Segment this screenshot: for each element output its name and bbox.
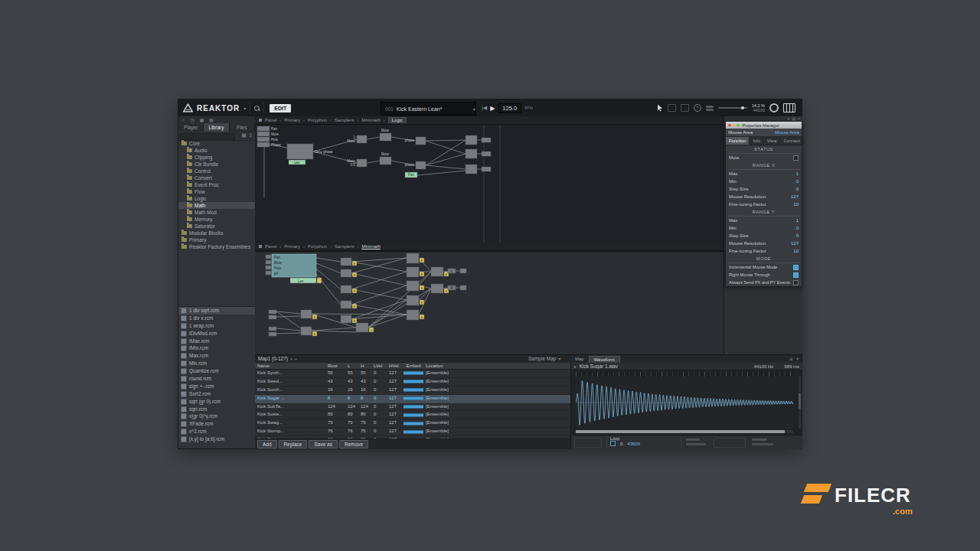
breadcrumb-item[interactable]: Panel [265, 118, 281, 122]
file-item[interactable]: x(gr 0)^y.rcm [178, 412, 255, 420]
properties-tab[interactable]: Function [726, 137, 750, 145]
property-value[interactable]: 1 [796, 171, 799, 176]
thumb-view-icon[interactable]: ▦ [241, 132, 246, 139]
audio-engine-button[interactable] [769, 103, 779, 112]
property-value[interactable]: 0 [796, 233, 799, 238]
property-value[interactable]: 10 [793, 249, 799, 253]
tree-item[interactable]: Clipping [178, 154, 255, 161]
sidebar-tab[interactable]: Library [204, 123, 229, 132]
file-item[interactable]: Quantize.rcm [178, 367, 255, 375]
sample-row[interactable]: Kick Stomp... 76 76 76 0 127 [Ensemble] [255, 428, 570, 436]
tree-item[interactable]: Math Mod [178, 209, 255, 216]
map-action-button[interactable]: Add [257, 440, 277, 448]
tree-item[interactable]: Modular Blocks [178, 230, 255, 236]
waveform-hscrollbar[interactable] [576, 430, 793, 433]
breadcrumb-item[interactable]: Panel [265, 244, 281, 249]
loop-start-value[interactable]: 0 [620, 442, 622, 446]
breadcrumb-item[interactable]: Polyphon [308, 118, 332, 122]
map-action-button[interactable]: Replace [279, 440, 308, 448]
map-action-button[interactable]: Remove [339, 440, 368, 448]
tree-item[interactable]: Control [178, 168, 255, 174]
file-item[interactable]: IDivMod.rcm [178, 330, 255, 337]
file-item[interactable]: sqrt.rcm [178, 406, 255, 413]
mode-checkbox[interactable] [793, 265, 799, 270]
footer-control-box[interactable] [714, 438, 746, 448]
file-item[interactable]: IMin.rcm [178, 344, 255, 352]
history-icon[interactable]: ◷ [190, 117, 194, 122]
column-header[interactable]: Root [325, 363, 345, 369]
mute-checkbox[interactable] [793, 155, 799, 161]
tree-item[interactable]: Clk Bundle [178, 161, 255, 168]
sample-map-dropdown[interactable]: Sample Map ▾ [528, 355, 561, 363]
file-item[interactable]: sqrt (gr 0).rcm [178, 398, 255, 406]
column-header[interactable]: Embed [403, 363, 423, 369]
file-item[interactable]: round.rcm [178, 375, 255, 383]
property-value[interactable]: 1 [796, 218, 799, 223]
volume-slider[interactable] [718, 107, 747, 109]
file-item[interactable]: XFade.rcm [178, 420, 255, 428]
map-pin-icon[interactable]: + [295, 355, 298, 363]
property-value[interactable]: 127 [791, 194, 799, 199]
file-item[interactable]: Sort2.rcm [178, 390, 255, 398]
breadcrumb-item[interactable]: Primary [284, 244, 305, 249]
hint-icon[interactable]: ? [694, 104, 701, 112]
footer-control-box[interactable] [574, 438, 602, 448]
waveform-vscrollbar[interactable] [799, 377, 801, 429]
panel-layout-toggle[interactable] [783, 103, 795, 112]
column-header[interactable]: H [358, 363, 371, 369]
volume-slider-handle[interactable] [741, 106, 744, 109]
file-item[interactable]: x^2.rcm [178, 428, 255, 435]
tree-item[interactable]: Flow [178, 188, 255, 195]
tree-item[interactable]: Reaktor Factory Ensembles [178, 243, 255, 250]
sidebar-search-input[interactable] [180, 133, 235, 140]
structure-canvas-bottom[interactable]: PanMuteHoisphLevLREEEEEEEEEEEEEE0 [255, 251, 724, 355]
mode-checkbox[interactable] [793, 280, 799, 285]
tree-item[interactable]: Convert [178, 174, 255, 181]
tree-item[interactable]: Core [178, 140, 255, 147]
hscroll-thumb[interactable] [576, 430, 785, 433]
dock-settings-icon[interactable]: ⊞ [789, 355, 793, 363]
breadcrumb-item[interactable]: Polyphon [308, 244, 332, 249]
sample-row[interactable]: Kick Suste... 89 89 89 0 127 [Ensemble] [255, 411, 570, 419]
sample-row[interactable]: Kick Sumh... 16 16 16 0 127 [Ensemble] [255, 386, 570, 395]
file-item[interactable]: [x,y] to [a,b].rcm [178, 435, 255, 443]
file-item[interactable]: 1 div x.rcm [178, 315, 255, 322]
file-item[interactable]: Min.rcm [178, 360, 255, 367]
structure-canvas-top[interactable]: PanMuteHoisPhaseSel ▸ phaseLev1MassMutep… [255, 125, 724, 243]
rewind-button[interactable]: |◀ [482, 105, 487, 111]
sample-row[interactable]: Kick SubTa... 124 124 124 0 127 [Ensembl… [255, 403, 570, 412]
property-value[interactable]: 0 [796, 179, 799, 184]
pen-tool-icon[interactable] [668, 104, 676, 112]
loop-end-value[interactable]: 43606 [627, 442, 640, 446]
map-selector[interactable]: Map1 (0-127) ▾ + [258, 355, 297, 363]
search-icon[interactable] [254, 106, 260, 111]
play-button[interactable]: ▶ [490, 105, 495, 112]
tree-item[interactable]: Math [178, 202, 255, 209]
property-value[interactable]: 0 [796, 187, 799, 191]
target-name-link[interactable]: Mouse Area [775, 130, 799, 135]
cursor-tool-icon[interactable] [657, 104, 663, 112]
dock-tab[interactable]: Waveform [589, 356, 620, 363]
file-item[interactable]: Max.rcm [178, 352, 255, 360]
edit-mode-button[interactable]: EDIT [270, 104, 291, 112]
sample-row[interactable]: Kick Swag... 79 79 79 0 127 [Ensemble] [255, 419, 570, 428]
dock-menu-icon[interactable]: ▾ [796, 355, 799, 363]
embed-checkbox[interactable] [403, 422, 423, 425]
file-item[interactable]: sign +-.rcm [178, 383, 255, 390]
breadcrumb-item[interactable]: Primary [284, 118, 305, 122]
column-header[interactable]: Location [423, 363, 570, 369]
embed-checkbox[interactable] [403, 371, 423, 375]
embed-checkbox[interactable] [403, 380, 423, 383]
breadcrumb-item[interactable]: Logic [388, 117, 407, 123]
property-value[interactable]: 10 [793, 202, 799, 207]
embed-checkbox[interactable] [403, 413, 423, 417]
close-dot-icon[interactable] [728, 124, 731, 127]
import-icon[interactable]: ↧ [249, 132, 253, 139]
column-header[interactable]: HVel [387, 363, 403, 369]
column-header[interactable]: Name [255, 363, 325, 369]
waveform-display[interactable] [576, 377, 793, 429]
sample-row[interactable]: Kick Swed... 43 43 43 0 127 [Ensemble] [255, 378, 570, 386]
sample-row[interactable]: Kick Synth... 55 55 55 0 127 [Ensemble] [255, 370, 570, 378]
map-action-button[interactable]: Save as [309, 440, 338, 448]
brand-menu-caret[interactable]: ▾ [243, 106, 246, 111]
